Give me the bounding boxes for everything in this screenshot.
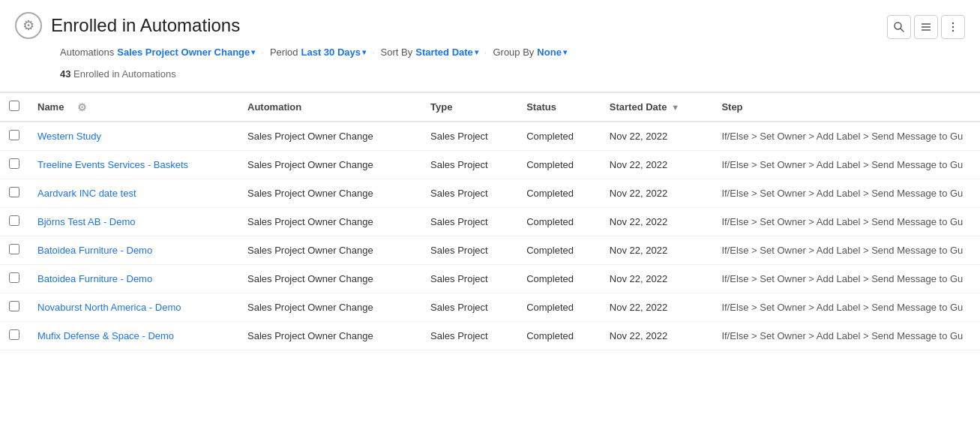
row-checkbox[interactable] bbox=[9, 187, 19, 197]
svg-point-5 bbox=[952, 23, 954, 24]
header-bar: ⚙ Enrolled in Automations Automations Sa… bbox=[0, 0, 980, 92]
more-button[interactable] bbox=[941, 15, 965, 39]
row-started-date: Nov 22, 2022 bbox=[601, 208, 713, 236]
table-row: Batoidea Furniture - DemoSales Project O… bbox=[0, 265, 980, 293]
table-row: Björns Test AB - DemoSales Project Owner… bbox=[0, 208, 980, 236]
sep1: · bbox=[261, 47, 264, 58]
row-checkbox[interactable] bbox=[9, 215, 19, 226]
row-name-link[interactable]: Treeline Events Services - Baskets bbox=[37, 159, 188, 170]
more-icon bbox=[947, 21, 959, 33]
row-check-cell[interactable] bbox=[0, 151, 28, 179]
table-row: Mufix Defense & Space - DemoSales Projec… bbox=[0, 322, 980, 350]
row-check-cell[interactable] bbox=[0, 322, 28, 350]
row-check-cell[interactable] bbox=[0, 179, 28, 208]
row-name-link[interactable]: Batoidea Furniture - Demo bbox=[37, 245, 152, 256]
row-check-cell[interactable] bbox=[0, 236, 28, 265]
row-started-date: Nov 22, 2022 bbox=[601, 236, 713, 265]
count-bar: 43 Enrolled in Automations bbox=[15, 62, 567, 86]
row-status: Completed bbox=[517, 179, 601, 208]
row-checkbox[interactable] bbox=[9, 329, 19, 340]
sort-filter[interactable]: Started Date ▾ bbox=[415, 47, 478, 58]
select-all-cell[interactable] bbox=[0, 93, 28, 122]
row-type: Sales Project bbox=[421, 208, 517, 236]
filter-bar: Automations Sales Project Owner Change ▾… bbox=[15, 44, 567, 58]
col-step-label: Step bbox=[721, 101, 742, 113]
row-name[interactable]: Aardvark INC date test bbox=[28, 179, 238, 208]
row-type: Sales Project bbox=[421, 322, 517, 350]
row-status: Completed bbox=[517, 208, 601, 236]
sep2: · bbox=[372, 47, 375, 58]
table-row: Novaburst North America - DemoSales Proj… bbox=[0, 293, 980, 322]
row-status: Completed bbox=[517, 236, 601, 265]
table-row: Treeline Events Services - BasketsSales … bbox=[0, 151, 980, 179]
main-table: Name ⚙ Automation Type Status Started Da… bbox=[0, 93, 980, 350]
table-head: Name ⚙ Automation Type Status Started Da… bbox=[0, 93, 980, 122]
row-name-link[interactable]: Novaburst North America - Demo bbox=[37, 302, 181, 313]
group-filter[interactable]: None ▾ bbox=[537, 47, 567, 58]
row-name[interactable]: Batoidea Furniture - Demo bbox=[28, 236, 238, 265]
svg-line-1 bbox=[901, 29, 904, 32]
row-checkbox[interactable] bbox=[9, 272, 19, 283]
header-left: ⚙ Enrolled in Automations Automations Sa… bbox=[15, 12, 567, 86]
row-name[interactable]: Western Study bbox=[28, 122, 238, 151]
col-started-date[interactable]: Started Date ▼ bbox=[601, 93, 713, 122]
row-check-cell[interactable] bbox=[0, 208, 28, 236]
row-checkbox[interactable] bbox=[9, 158, 19, 169]
row-automation: Sales Project Owner Change bbox=[238, 208, 421, 236]
automations-filter[interactable]: Sales Project Owner Change ▾ bbox=[117, 47, 255, 58]
page-title: Enrolled in Automations bbox=[51, 15, 240, 36]
row-status: Completed bbox=[517, 151, 601, 179]
col-started-date-label: Started Date bbox=[610, 101, 667, 113]
row-step: If/Else > Set Owner > Add Label > Send M… bbox=[712, 322, 980, 350]
header-actions bbox=[887, 15, 965, 39]
col-status: Status bbox=[517, 93, 601, 122]
row-check-cell[interactable] bbox=[0, 122, 28, 151]
automations-chevron: ▾ bbox=[251, 48, 255, 56]
row-name-link[interactable]: Batoidea Furniture - Demo bbox=[37, 273, 152, 284]
row-name[interactable]: Batoidea Furniture - Demo bbox=[28, 265, 238, 293]
row-checkbox[interactable] bbox=[9, 301, 19, 311]
row-check-cell[interactable] bbox=[0, 265, 28, 293]
row-checkbox[interactable] bbox=[9, 130, 19, 140]
row-automation: Sales Project Owner Change bbox=[238, 122, 421, 151]
col-type: Type bbox=[421, 93, 517, 122]
svg-point-6 bbox=[952, 26, 954, 28]
row-name[interactable]: Novaburst North America - Demo bbox=[28, 293, 238, 322]
col-automation-label: Automation bbox=[247, 101, 301, 113]
row-type: Sales Project bbox=[421, 179, 517, 208]
search-icon bbox=[893, 21, 905, 33]
group-chevron: ▾ bbox=[563, 48, 567, 56]
period-label: Period bbox=[270, 47, 298, 58]
col-name: Name ⚙ bbox=[28, 93, 238, 122]
row-checkbox[interactable] bbox=[9, 244, 19, 254]
table-row: Aardvark INC date testSales Project Owne… bbox=[0, 179, 980, 208]
row-started-date: Nov 22, 2022 bbox=[601, 122, 713, 151]
search-button[interactable] bbox=[887, 15, 911, 39]
row-step: If/Else > Set Owner > Add Label > Send M… bbox=[712, 293, 980, 322]
menu-icon bbox=[920, 21, 932, 33]
row-check-cell[interactable] bbox=[0, 293, 28, 322]
row-name-link[interactable]: Western Study bbox=[37, 131, 101, 142]
row-name-link[interactable]: Mufix Defense & Space - Demo bbox=[37, 330, 174, 341]
header-row: Name ⚙ Automation Type Status Started Da… bbox=[0, 93, 980, 122]
row-type: Sales Project bbox=[421, 236, 517, 265]
row-name-link[interactable]: Björns Test AB - Demo bbox=[37, 216, 136, 227]
row-name[interactable]: Mufix Defense & Space - Demo bbox=[28, 322, 238, 350]
row-automation: Sales Project Owner Change bbox=[238, 293, 421, 322]
group-label: Group By bbox=[493, 47, 534, 58]
menu-button[interactable] bbox=[914, 15, 938, 39]
col-type-label: Type bbox=[430, 101, 452, 113]
row-automation: Sales Project Owner Change bbox=[238, 151, 421, 179]
row-started-date: Nov 22, 2022 bbox=[601, 293, 713, 322]
row-name[interactable]: Treeline Events Services - Baskets bbox=[28, 151, 238, 179]
row-name-link[interactable]: Aardvark INC date test bbox=[37, 188, 136, 199]
select-all-checkbox[interactable] bbox=[9, 101, 19, 111]
col-status-label: Status bbox=[526, 101, 556, 113]
col-settings-icon[interactable]: ⚙ bbox=[68, 101, 95, 113]
col-step: Step bbox=[712, 93, 980, 122]
row-started-date: Nov 22, 2022 bbox=[601, 265, 713, 293]
row-name[interactable]: Björns Test AB - Demo bbox=[28, 208, 238, 236]
sort-chevron: ▾ bbox=[475, 48, 478, 56]
row-step: If/Else > Set Owner > Add Label > Send M… bbox=[712, 265, 980, 293]
period-filter[interactable]: Last 30 Days ▾ bbox=[301, 47, 366, 58]
